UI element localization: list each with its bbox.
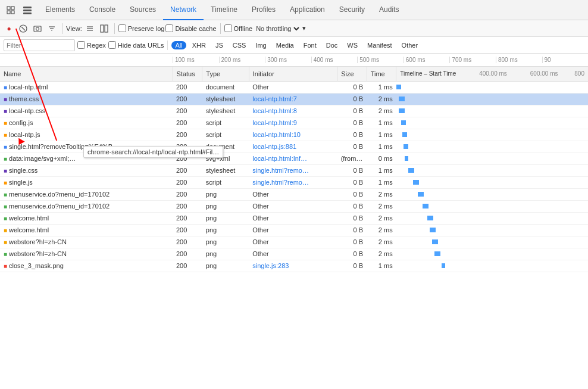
cell-timeline bbox=[396, 200, 588, 212]
cell-name: ■local-ntp.css bbox=[0, 105, 173, 117]
type-font-button[interactable]: Font bbox=[300, 41, 320, 49]
filter-button[interactable] bbox=[45, 22, 58, 35]
cell-timeline bbox=[396, 224, 588, 236]
table-row[interactable]: ■theme.css200stylesheetlocal-ntp.html:70… bbox=[0, 93, 588, 105]
cell-type: png bbox=[202, 224, 249, 236]
hide-data-group[interactable]: Hide data URLs bbox=[108, 41, 164, 49]
col-header-name[interactable]: Name bbox=[0, 67, 173, 81]
table-row[interactable]: ■local-ntp.css200stylesheetlocal-ntp.htm… bbox=[0, 105, 588, 117]
cell-timeline bbox=[396, 188, 588, 200]
tab-console[interactable]: Console bbox=[82, 0, 123, 20]
svg-rect-2 bbox=[7, 11, 10, 14]
network-toolbar: ● View: Preserve log Disable cache Offli… bbox=[0, 20, 588, 37]
throttle-dropdown-icon: ▾ bbox=[302, 24, 306, 32]
tab-network[interactable]: Network bbox=[163, 0, 204, 20]
table-row[interactable]: ■welcome.html200pngOther0 B2 ms bbox=[0, 224, 588, 236]
tab-timeline[interactable]: Timeline bbox=[204, 0, 245, 20]
table-row[interactable]: ■local-ntp.html200documentOther0 B1 ms bbox=[0, 81, 588, 93]
col-header-time[interactable]: Time bbox=[367, 67, 396, 81]
table-row[interactable]: ■welcome.html200pngOther0 B2 ms bbox=[0, 212, 588, 224]
regex-group[interactable]: Regex bbox=[77, 41, 106, 49]
table-row[interactable]: ■webstore?hl=zh-CN200pngOther0 B2 ms bbox=[0, 248, 588, 260]
cell-size: 0 B bbox=[337, 260, 367, 272]
type-doc-button[interactable]: Doc bbox=[323, 41, 342, 49]
cell-type: stylesheet bbox=[202, 93, 249, 105]
cell-name: ■webstore?hl=zh-CN bbox=[0, 248, 173, 260]
cell-time: 2 ms bbox=[367, 248, 396, 260]
svg-rect-6 bbox=[23, 13, 32, 14]
cell-name: ■data:image/svg+xml;… bbox=[0, 153, 173, 164]
offline-group[interactable]: Offline bbox=[224, 24, 253, 32]
table-row[interactable]: ■config.js200scriptlocal-ntp.html:90 B1 … bbox=[0, 117, 588, 129]
cell-time: 2 ms bbox=[367, 212, 396, 224]
ruler-tick-6: 600 ms bbox=[404, 57, 450, 63]
table-row[interactable]: ■menuservice.do?menu_id=170102200pngOthe… bbox=[0, 188, 588, 200]
table-row[interactable]: ■single.js200scriptsingle.html?remo…0 B1… bbox=[0, 176, 588, 188]
cell-initiator: local-ntp.html:8 bbox=[249, 105, 337, 117]
cell-type: script bbox=[202, 117, 249, 129]
cell-time: 2 ms bbox=[367, 236, 396, 248]
type-img-button[interactable]: Img bbox=[252, 41, 270, 49]
clear-button[interactable] bbox=[17, 22, 30, 35]
table-row[interactable]: ■single.css200stylesheetsingle.html?remo… bbox=[0, 164, 588, 176]
cell-size: 0 B bbox=[337, 117, 367, 129]
cell-name: ■menuservice.do?menu_id=170102 bbox=[0, 200, 173, 212]
tab-profiles[interactable]: Profiles bbox=[245, 0, 283, 20]
cell-status: 200 bbox=[173, 236, 202, 248]
col-header-type[interactable]: Type bbox=[202, 67, 249, 81]
disable-cache-group[interactable]: Disable cache bbox=[165, 24, 216, 32]
preserve-log-group[interactable]: Preserve log bbox=[118, 24, 165, 32]
disable-cache-checkbox[interactable] bbox=[165, 24, 173, 32]
view-list-button[interactable] bbox=[83, 22, 96, 35]
screenshot-button[interactable] bbox=[31, 22, 44, 35]
tab-application[interactable]: Application bbox=[283, 0, 332, 20]
devtools-icon-right[interactable] bbox=[19, 2, 36, 18]
svg-rect-5 bbox=[23, 10, 32, 11]
col-header-status[interactable]: Status bbox=[173, 67, 202, 81]
filter-input[interactable] bbox=[4, 39, 75, 51]
type-all-button[interactable]: All bbox=[171, 41, 186, 49]
record-button[interactable]: ● bbox=[2, 22, 15, 35]
col-header-timeline[interactable]: Timeline – Start Time 400.00 ms 600.00 m… bbox=[396, 67, 588, 81]
network-table-container[interactable]: Name Status Type Initiator Size Time Tim… bbox=[0, 67, 588, 375]
table-row[interactable]: ■menuservice.do?menu_id=170102200pngOthe… bbox=[0, 200, 588, 212]
tab-bar: Elements Console Sources Network Timelin… bbox=[0, 0, 588, 20]
tab-sources[interactable]: Sources bbox=[123, 0, 163, 20]
cell-initiator: single.js:283 bbox=[249, 260, 337, 272]
cell-type: png bbox=[202, 188, 249, 200]
cell-status: 200 bbox=[173, 200, 202, 212]
type-xhr-button[interactable]: XHR bbox=[189, 41, 209, 49]
toolbar-separator-3 bbox=[220, 23, 221, 34]
table-row[interactable]: ■webstore?hl=zh-CN200pngOther0 B2 ms bbox=[0, 236, 588, 248]
tab-audits[interactable]: Audits bbox=[372, 0, 406, 20]
table-row[interactable]: ■close_3_mask.png200pngsingle.js:2830 B1… bbox=[0, 260, 588, 272]
type-media-button[interactable]: Media bbox=[273, 41, 298, 49]
tab-security[interactable]: Security bbox=[332, 0, 372, 20]
cell-status: 200 bbox=[173, 81, 202, 93]
throttle-select[interactable]: No throttling Fast 3G Slow 3G Offline bbox=[254, 24, 301, 33]
cell-status: 200 bbox=[173, 105, 202, 117]
regex-checkbox[interactable] bbox=[77, 41, 85, 49]
offline-checkbox[interactable] bbox=[224, 24, 232, 32]
col-header-size[interactable]: Size bbox=[337, 67, 367, 81]
cell-time: 1 ms bbox=[367, 129, 396, 141]
table-row[interactable]: ■local-ntp.js200scriptlocal-ntp.html:100… bbox=[0, 129, 588, 141]
table-row[interactable]: ■data:image/svg+xml;…200svg+xmllocal-ntp… bbox=[0, 153, 588, 164]
preserve-log-checkbox[interactable] bbox=[118, 24, 126, 32]
cell-size: 0 B bbox=[337, 81, 367, 93]
type-js-button[interactable]: JS bbox=[212, 41, 227, 49]
svg-rect-4 bbox=[23, 7, 32, 8]
type-other-button[interactable]: Other bbox=[398, 41, 422, 49]
type-ws-button[interactable]: WS bbox=[343, 41, 361, 49]
view-grid-button[interactable] bbox=[98, 22, 111, 35]
type-css-button[interactable]: CSS bbox=[229, 41, 250, 49]
type-manifest-button[interactable]: Manifest bbox=[364, 41, 396, 49]
tab-elements[interactable]: Elements bbox=[38, 0, 82, 20]
col-header-initiator[interactable]: Initiator bbox=[249, 67, 337, 81]
table-row[interactable]: ■single.html?removeTooltip=%E4%B…200docu… bbox=[0, 141, 588, 153]
devtools-icon-left[interactable] bbox=[2, 2, 19, 18]
cell-time: 1 ms bbox=[367, 81, 396, 93]
cell-status: 200 bbox=[173, 117, 202, 129]
hide-data-checkbox[interactable] bbox=[108, 41, 116, 49]
cell-name: ■close_3_mask.png bbox=[0, 260, 173, 272]
